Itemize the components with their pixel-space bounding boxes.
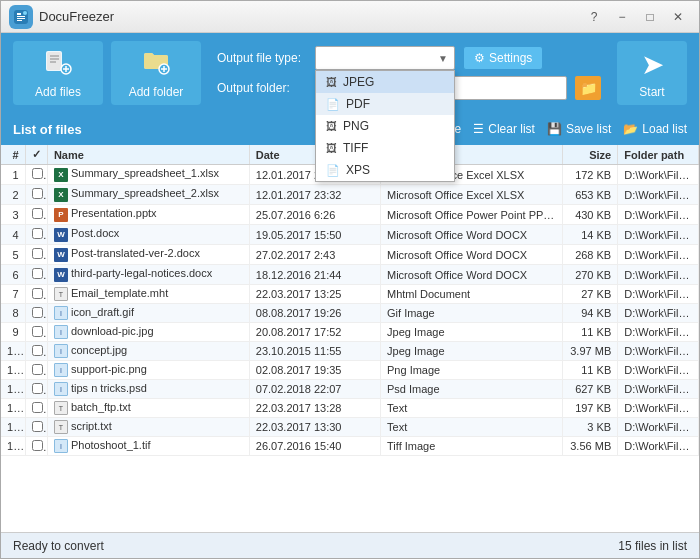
png-file-icon: 🖼 bbox=[326, 120, 337, 132]
cell-folder: D:\Work\Files to bbox=[618, 265, 699, 285]
cell-check[interactable] bbox=[25, 380, 47, 399]
list-title: List of files bbox=[13, 122, 82, 137]
cell-date: 22.03.2017 13:30 bbox=[249, 418, 380, 437]
clear-list-icon: ☰ bbox=[473, 122, 484, 136]
pdf-label: PDF bbox=[346, 97, 370, 111]
table-row[interactable]: 8 I icon_draft.gif 08.08.2017 19:26 Gif … bbox=[1, 304, 699, 323]
cell-check[interactable] bbox=[25, 437, 47, 456]
cell-size: 94 KB bbox=[562, 304, 618, 323]
table-row[interactable]: 11 I support-pic.png 02.08.2017 19:35 Pn… bbox=[1, 361, 699, 380]
cell-check[interactable] bbox=[25, 304, 47, 323]
cell-date: 18.12.2016 21:44 bbox=[249, 265, 380, 285]
cell-name: T Email_template.mht bbox=[47, 285, 249, 304]
settings-button[interactable]: ⚙ Settings bbox=[463, 46, 543, 70]
cell-date: 22.03.2017 13:28 bbox=[249, 399, 380, 418]
cell-name: W Post.docx bbox=[47, 225, 249, 245]
cell-type: Microsoft Office Word DOCX bbox=[381, 245, 563, 265]
output-folder-label: Output folder: bbox=[217, 81, 307, 95]
cell-check[interactable] bbox=[25, 225, 47, 245]
add-files-button[interactable]: Add files bbox=[13, 41, 103, 105]
cell-date: 12.01.2017 23:32 bbox=[249, 185, 380, 205]
menu-item-tiff[interactable]: 🖼 TIFF bbox=[316, 137, 454, 159]
cell-size: 430 KB bbox=[562, 205, 618, 225]
cell-num: 4 bbox=[1, 225, 25, 245]
cell-check[interactable] bbox=[25, 185, 47, 205]
menu-item-png[interactable]: 🖼 PNG bbox=[316, 115, 454, 137]
cell-name: I icon_draft.gif bbox=[47, 304, 249, 323]
xps-label: XPS bbox=[346, 163, 370, 177]
cell-check[interactable] bbox=[25, 285, 47, 304]
minimize-button[interactable]: − bbox=[609, 6, 635, 28]
cell-num: 14 bbox=[1, 418, 25, 437]
cell-size: 627 KB bbox=[562, 380, 618, 399]
cell-check[interactable] bbox=[25, 245, 47, 265]
menu-item-jpeg[interactable]: 🖼 JPEG bbox=[316, 71, 454, 93]
add-files-label: Add files bbox=[35, 85, 81, 99]
table-row[interactable]: 15 I Photoshoot_1.tif 26.07.2016 15:40 T… bbox=[1, 437, 699, 456]
cell-size: 3.97 MB bbox=[562, 342, 618, 361]
settings-icon: ⚙ bbox=[474, 51, 485, 65]
cell-check[interactable] bbox=[25, 205, 47, 225]
cell-date: 08.08.2017 19:26 bbox=[249, 304, 380, 323]
cell-type: Microsoft Office Power Point PPTX bbox=[381, 205, 563, 225]
table-row[interactable]: 9 I download-pic.jpg 20.08.2017 17:52 Jp… bbox=[1, 323, 699, 342]
xps-file-icon: 📄 bbox=[326, 164, 340, 177]
save-list-button[interactable]: 💾 Save list bbox=[547, 122, 611, 136]
cell-check[interactable] bbox=[25, 323, 47, 342]
tiff-file-icon: 🖼 bbox=[326, 142, 337, 154]
cell-folder: D:\Work\Files to bbox=[618, 399, 699, 418]
browse-folder-button[interactable]: 📁 bbox=[575, 76, 601, 100]
cell-size: 3.56 MB bbox=[562, 437, 618, 456]
cell-num: 12 bbox=[1, 380, 25, 399]
cell-folder: D:\Work\Files to bbox=[618, 304, 699, 323]
table-row[interactable]: 4 W Post.docx 19.05.2017 15:50 Microsoft… bbox=[1, 225, 699, 245]
table-row[interactable]: 5 W Post-translated-ver-2.docx 27.02.201… bbox=[1, 245, 699, 265]
cell-check[interactable] bbox=[25, 399, 47, 418]
cell-num: 6 bbox=[1, 265, 25, 285]
cell-folder: D:\Work\Files to bbox=[618, 323, 699, 342]
file-table-body: 1 X Summary_spreadsheet_1.xlsx 12.01.201… bbox=[1, 165, 699, 456]
table-row[interactable]: 6 W third-party-legal-notices.docx 18.12… bbox=[1, 265, 699, 285]
clear-list-button[interactable]: ☰ Clear list bbox=[473, 122, 535, 136]
table-row[interactable]: 10 I concept.jpg 23.10.2015 11:55 Jpeg I… bbox=[1, 342, 699, 361]
cell-num: 10 bbox=[1, 342, 25, 361]
cell-check[interactable] bbox=[25, 418, 47, 437]
save-list-icon: 💾 bbox=[547, 122, 562, 136]
menu-item-xps[interactable]: 📄 XPS bbox=[316, 159, 454, 181]
clear-list-label: Clear list bbox=[488, 122, 535, 136]
file-type-menu: 🖼 JPEG 📄 PDF 🖼 PNG 🖼 bbox=[315, 70, 455, 182]
col-header-check: ✓ bbox=[25, 145, 47, 165]
maximize-button[interactable]: □ bbox=[637, 6, 663, 28]
cell-date: 07.02.2018 22:07 bbox=[249, 380, 380, 399]
table-row[interactable]: 14 T script.txt 22.03.2017 13:30 Text 3 … bbox=[1, 418, 699, 437]
toolbar-middle: Output file type: JPEG ▼ 🖼 JPEG 📄 bbox=[209, 46, 609, 100]
settings-label: Settings bbox=[489, 51, 532, 65]
table-row[interactable]: 13 T batch_ftp.txt 22.03.2017 13:28 Text… bbox=[1, 399, 699, 418]
cell-check[interactable] bbox=[25, 165, 47, 185]
add-folder-button[interactable]: Add folder bbox=[111, 41, 201, 105]
cell-size: 3 KB bbox=[562, 418, 618, 437]
cell-type: Jpeg Image bbox=[381, 323, 563, 342]
cell-name: T script.txt bbox=[47, 418, 249, 437]
cell-check[interactable] bbox=[25, 361, 47, 380]
help-button[interactable]: ? bbox=[581, 6, 607, 28]
cell-num: 2 bbox=[1, 185, 25, 205]
table-row[interactable]: 12 I tips n tricks.psd 07.02.2018 22:07 … bbox=[1, 380, 699, 399]
cell-check[interactable] bbox=[25, 342, 47, 361]
cell-name: I download-pic.jpg bbox=[47, 323, 249, 342]
png-label: PNG bbox=[343, 119, 369, 133]
menu-item-pdf[interactable]: 📄 PDF bbox=[316, 93, 454, 115]
close-button[interactable]: ✕ bbox=[665, 6, 691, 28]
table-row[interactable]: 3 P Presentation.pptx 25.07.2016 6:26 Mi… bbox=[1, 205, 699, 225]
cell-check[interactable] bbox=[25, 265, 47, 285]
load-list-button[interactable]: 📂 Load list bbox=[623, 122, 687, 136]
cell-type: Mhtml Document bbox=[381, 285, 563, 304]
table-row[interactable]: 7 T Email_template.mht 22.03.2017 13:25 … bbox=[1, 285, 699, 304]
table-row[interactable]: 2 X Summary_spreadsheet_2.xlsx 12.01.201… bbox=[1, 185, 699, 205]
output-type-label: Output file type: bbox=[217, 51, 307, 65]
start-button[interactable]: ➤ Start bbox=[617, 41, 687, 105]
file-type-dropdown[interactable]: JPEG ▼ bbox=[315, 46, 455, 70]
cell-type: Microsoft Office Excel XLSX bbox=[381, 185, 563, 205]
cell-name: I concept.jpg bbox=[47, 342, 249, 361]
cell-num: 7 bbox=[1, 285, 25, 304]
